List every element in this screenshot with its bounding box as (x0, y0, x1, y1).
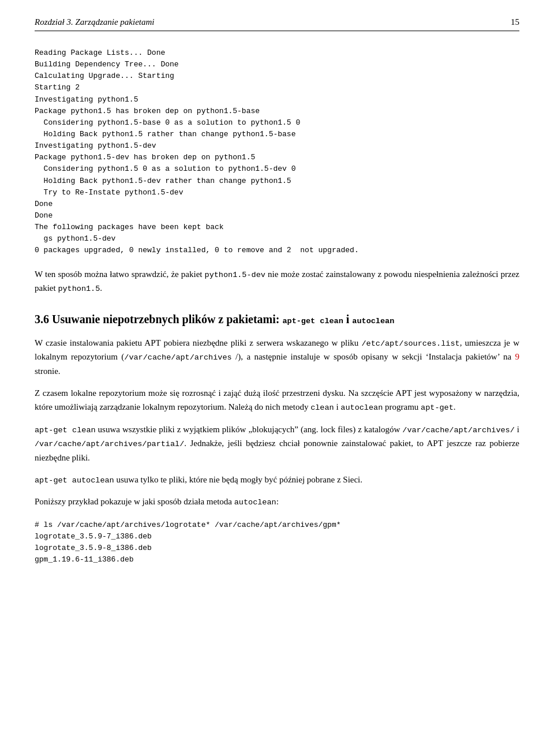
code-block-2: # ls /var/cache/apt/archives/logrotate* … (35, 519, 519, 566)
page-link[interactable]: 9 (515, 352, 520, 361)
inline-code-sources-list: /etc/apt/sources.list (361, 339, 459, 348)
paragraph-6: Poniższy przykład pokazuje w jaki sposób… (35, 495, 519, 509)
inline-code-apt-get-clean-p4: apt-get clean (35, 426, 96, 435)
inline-code-autoclean-p6: autoclean (234, 498, 276, 507)
page: Rozdział 3. Zarządzanie pakietami 15 Rea… (0, 0, 554, 756)
inline-code-autoclean-heading: autoclean (352, 317, 394, 325)
inline-code-autoclean-2: autoclean (340, 403, 383, 412)
paragraph-1: W ten sposób można łatwo sprawdzić, że p… (35, 267, 519, 295)
chapter-title: Rozdział 3. Zarządzanie pakietami (35, 17, 155, 27)
section-36-heading: 3.6 Usuwanie niepotrzebnych plików z pak… (35, 312, 519, 327)
inline-code-archives-path: /var/cache/apt/archives/ (402, 426, 514, 435)
code-line-1: Reading Package Lists... Done Building D… (35, 48, 359, 255)
inline-code-var-cache: /var/cache/apt/archives (124, 353, 231, 362)
inline-code-python1-5: python1.5 (58, 285, 100, 293)
paragraph-2: W czasie instalowania pakietu APT pobier… (35, 336, 519, 378)
code-block-2-content: # ls /var/cache/apt/archives/logrotate* … (35, 521, 341, 564)
page-number: 15 (511, 17, 519, 27)
paragraph-5: apt-get autoclean usuwa tylko te pliki, … (35, 473, 519, 487)
paragraph-3: Z czasem lokalne repozytorium może się r… (35, 386, 519, 414)
inline-code-apt-get-2: apt-get (421, 403, 454, 412)
inline-code-apt-get-clean: apt-get clean (282, 317, 343, 325)
inline-code-clean: clean (310, 403, 334, 412)
inline-code-apt-get-autoclean: apt-get autoclean (35, 476, 114, 485)
page-header: Rozdział 3. Zarządzanie pakietami 15 (35, 17, 519, 31)
section-number: 3.6 (35, 313, 49, 325)
section-title: Usuwanie niepotrzebnych plików z pakieta… (52, 313, 394, 325)
inline-code-python1-5-dev: python1.5-dev (205, 271, 265, 279)
inline-code-partial-path: /var/cache/apt/archives/partial/ (35, 440, 184, 448)
paragraph-4: apt-get clean usuwa wszystkie pliki z wy… (35, 422, 519, 465)
code-block-1: Reading Package Lists... Done Building D… (35, 47, 519, 257)
